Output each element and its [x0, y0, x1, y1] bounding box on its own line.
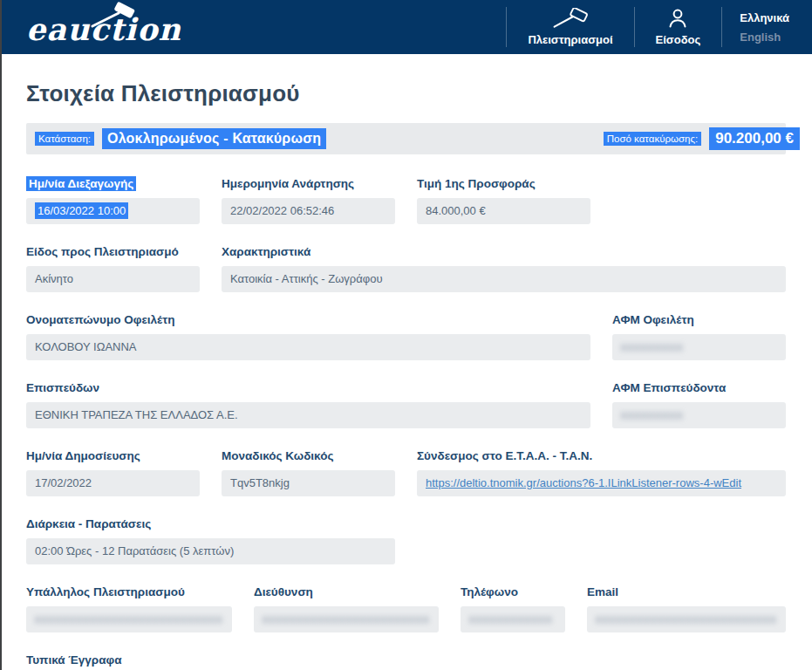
field-label: Ημερομηνία Ανάρτησης	[222, 177, 395, 191]
field-label: Διεύθυνση	[254, 585, 439, 599]
field-phone: Τηλέφωνο xxxxxxxxxxxx	[461, 585, 565, 632]
lang-option-english[interactable]: English	[740, 31, 789, 44]
field-label: Επισπεύδων	[26, 381, 590, 395]
field-publish-date: Ημ/νία Δημοσίευσης 17/02/2022	[26, 449, 200, 496]
field-value-box: Tqv5T8nkjg	[222, 470, 395, 496]
window-edge	[0, 0, 2, 670]
field-row: Είδος προς Πλειστηριασμό Ακίνητο Χαρακτη…	[26, 245, 786, 292]
nav-item-auctions[interactable]: Πλειστηριασμοί	[507, 0, 633, 54]
field-label: Ημ/νία Διεξαγωγής	[26, 176, 136, 191]
field-value-box-redacted: xxxxxxxxxxxxxxxxxxxxxxxx	[254, 606, 439, 632]
field-label: Email	[587, 585, 786, 599]
field-characteristics: Χαρακτηριστικά Κατοικία - Αττικής - Ζωγρ…	[222, 245, 786, 292]
section-heading-documents: Τυπικά Έγγραφα	[26, 653, 786, 667]
status-bar: Κατάσταση: Ολοκληρωμένος - Κατακύρωση Πο…	[26, 123, 786, 154]
field-row: Επισπεύδων ΕΘΝΙΚΗ ΤΡΑΠΕΖΑ ΤΗΣ ΕΛΛΑΔΟΣ Α.…	[26, 381, 786, 428]
field-label: ΑΦΜ Οφειλέτη	[612, 313, 786, 327]
field-label: Ονοματεπώνυμο Οφειλέτη	[26, 313, 590, 327]
eauction-logo[interactable]: eauction	[0, 0, 181, 54]
field-row: Ονοματεπώνυμο Οφειλέτη ΚΟΛΟΒΟΥ ΙΩΑΝΝΑ ΑΦ…	[26, 313, 786, 360]
field-label: Μοναδικός Κωδικός	[222, 449, 395, 463]
field-row: Ημ/νία Διεξαγωγής 16/03/2022 10:00 Ημερο…	[26, 177, 786, 224]
logo-gavel-icon	[89, 2, 140, 28]
nav-item-label: Πλειστηριασμοί	[528, 33, 612, 46]
award-amount-label: Ποσό κατακύρωσης:	[604, 132, 701, 146]
field-email: Email xxxxxxxxxxxxxxxxxxxxxxxxxx	[587, 585, 786, 632]
field-auction-employee: Υπάλληλος Πλειστηριασμού xxxxxxxxxxxxxxx…	[26, 585, 232, 632]
field-value-box: ΚΟΛΟΒΟΥ ΙΩΑΝΝΑ	[26, 334, 590, 360]
field-value-box: 84.000,00 €	[417, 198, 590, 224]
field-value-box: Κατοικία - Αττικής - Ζωγράφου	[222, 266, 786, 292]
language-switcher: Ελληνικά English	[722, 0, 812, 54]
field-label: Τηλέφωνο	[461, 585, 565, 599]
field-debtor-name: Ονοματεπώνυμο Οφειλέτη ΚΟΛΟΒΟΥ ΙΩΑΝΝΑ	[26, 313, 590, 360]
field-value-box: 17/02/2022	[26, 470, 200, 496]
field-debtor-afm: ΑΦΜ Οφειλέτη xxxxxxxxx	[612, 313, 786, 360]
status-group: Κατάσταση: Ολοκληρωμένος - Κατακύρωση	[35, 128, 326, 149]
page-title: Στοιχεία Πλειστηριασμού	[26, 80, 786, 107]
award-amount-value: 90.200,00 €	[709, 127, 800, 150]
lang-option-greek[interactable]: Ελληνικά	[740, 11, 789, 24]
field-post-date: Ημερομηνία Ανάρτησης 22/02/2022 06:52:46	[222, 177, 395, 224]
field-value-box: 16/03/2022 10:00	[26, 198, 200, 224]
field-auction-kind: Είδος προς Πλειστηριασμό Ακίνητο	[26, 245, 200, 292]
field-first-offer: Τιμή 1ης Προσφοράς 84.000,00 €	[417, 177, 590, 224]
field-value-box-redacted: xxxxxxxxx	[612, 334, 786, 360]
field-label: Τιμή 1ης Προσφοράς	[417, 177, 590, 191]
field-label: Είδος προς Πλειστηριασμό	[26, 245, 200, 259]
header-nav: Πλειστηριασμοί Είσοδος Ελληνικά English	[506, 0, 812, 54]
field-duration: Διάρκεια - Παρατάσεις 02:00 Ώρες - 12 Πα…	[26, 517, 395, 564]
field-unique-code: Μοναδικός Κωδικός Tqv5T8nkjg	[222, 449, 395, 496]
auction-details-page: Στοιχεία Πλειστηριασμού Κατάσταση: Ολοκλ…	[0, 54, 812, 667]
field-value-box: 02:00 Ώρες - 12 Παρατάσεις (5 λεπτών)	[26, 538, 395, 564]
field-address: Διεύθυνση xxxxxxxxxxxxxxxxxxxxxxxx	[254, 585, 439, 632]
award-amount-group: Ποσό κατακύρωσης: 90.200,00 €	[604, 127, 800, 150]
status-label: Κατάσταση:	[35, 132, 94, 146]
user-icon	[667, 8, 688, 29]
field-label: Χαρακτηριστικά	[222, 245, 786, 259]
field-label: ΑΦΜ Επισπεύδοντα	[612, 381, 786, 395]
etaa-tan-link[interactable]: https://deltio.tnomik.gr/auctions?6-1.IL…	[426, 476, 741, 489]
field-value-box: Ακίνητο	[26, 266, 200, 292]
field-value-box: 22/02/2022 06:52:46	[222, 198, 395, 224]
field-label: Σύνδεσμος στο Ε.Τ.Α.Α. - Τ.Α.Ν.	[417, 449, 786, 463]
field-value-box: https://deltio.tnomik.gr/auctions?6-1.IL…	[417, 470, 786, 496]
nav-item-login[interactable]: Είσοδος	[635, 0, 722, 54]
field-label: Διάρκεια - Παρατάσεις	[26, 517, 395, 531]
gavel-icon	[552, 8, 589, 29]
field-accelerator: Επισπεύδων ΕΘΝΙΚΗ ΤΡΑΠΕΖΑ ΤΗΣ ΕΛΛΑΔΟΣ Α.…	[26, 381, 590, 428]
field-value-box: ΕΘΝΙΚΗ ΤΡΑΠΕΖΑ ΤΗΣ ΕΛΛΑΔΟΣ Α.Ε.	[26, 402, 590, 428]
nav-item-label: Είσοδος	[656, 33, 701, 46]
field-value-box-redacted: xxxxxxxxxxxx	[461, 606, 565, 632]
field-label: Υπάλληλος Πλειστηριασμού	[26, 585, 232, 599]
field-label: Ημ/νία Δημοσίευσης	[26, 449, 200, 463]
field-row: Διάρκεια - Παρατάσεις 02:00 Ώρες - 12 Πα…	[26, 517, 786, 564]
field-etaa-link: Σύνδεσμος στο Ε.Τ.Α.Α. - Τ.Α.Ν. https://…	[417, 449, 786, 496]
field-accelerator-afm: ΑΦΜ Επισπεύδοντα xxxxxxxxx	[612, 381, 786, 428]
field-value-box-redacted: xxxxxxxxxxxxxxxxxxxxxxxxxxx	[26, 606, 232, 632]
top-header: eauction Πλειστηριασμοί	[0, 0, 812, 54]
field-exec-date: Ημ/νία Διεξαγωγής 16/03/2022 10:00	[26, 177, 200, 224]
status-value: Ολοκληρωμένος - Κατακύρωση	[102, 128, 326, 149]
field-value-box-redacted: xxxxxxxxxxxxxxxxxxxxxxxxxx	[587, 606, 786, 632]
field-row: Υπάλληλος Πλειστηριασμού xxxxxxxxxxxxxxx…	[26, 585, 786, 632]
field-value-box-redacted: xxxxxxxxx	[612, 402, 786, 428]
field-row: Ημ/νία Δημοσίευσης 17/02/2022 Μοναδικός …	[26, 449, 786, 496]
